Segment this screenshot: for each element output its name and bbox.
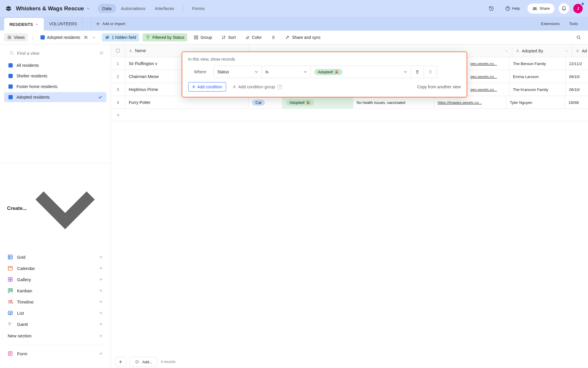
filter-icon [146, 35, 150, 40]
help-button[interactable]: Help [502, 4, 524, 13]
svg-point-32 [429, 70, 430, 71]
add-condition-button[interactable]: Add condition [188, 82, 226, 92]
view-item[interactable]: All residents [4, 60, 106, 70]
gear-icon[interactable] [99, 50, 104, 56]
plus-icon [99, 289, 103, 293]
new-section-button[interactable]: New section [7, 330, 103, 342]
text-type-icon [516, 49, 519, 53]
svg-point-10 [577, 36, 580, 39]
plus-icon [118, 360, 123, 364]
tools-button[interactable]: Tools [564, 18, 584, 29]
chevron-down-icon [255, 70, 258, 74]
cell-medical[interactable]: No health issues, vaccinated [353, 96, 434, 109]
nav-interfaces[interactable]: Interfaces [150, 4, 179, 13]
col-header-photo[interactable] [467, 44, 512, 57]
cell-photo[interactable]: ges.pexels.co... [467, 70, 510, 83]
row-number: 4 [111, 96, 125, 109]
share-sync-button[interactable]: Share and sync [282, 33, 323, 42]
cell-status[interactable]: Adopted! 🎉 [283, 96, 353, 109]
filter-button[interactable]: Filtered by Status [143, 33, 187, 42]
svg-rect-21 [8, 280, 10, 281]
cell-adopted-by[interactable]: Tyler Nguyen [506, 96, 565, 109]
cell-date[interactable]: 19/09/ [565, 96, 588, 109]
col-header-adopt-date[interactable]: Ad [572, 44, 588, 57]
cell-name[interactable]: Furry Potter [125, 96, 248, 109]
create-list[interactable]: List [7, 307, 103, 319]
plus-icon [96, 22, 100, 26]
group-button[interactable]: Group [191, 33, 215, 42]
filter-operator-dropdown[interactable]: is [262, 66, 311, 78]
filter-where-label: Where [194, 69, 213, 74]
table-tab-residents[interactable]: RESIDENTS [4, 18, 44, 31]
add-menu-button[interactable]: Add... [130, 357, 157, 367]
chevron-down-icon [404, 70, 407, 74]
filter-delete-button[interactable] [411, 66, 424, 78]
cell-date[interactable]: 08/10/ [566, 70, 588, 83]
history-button[interactable] [485, 4, 497, 13]
create-grid[interactable]: Grid [7, 251, 103, 263]
view-item[interactable]: Shelter residents [4, 71, 106, 81]
create-gallery[interactable]: Gallery [7, 274, 103, 285]
share-button[interactable]: Share [527, 4, 554, 14]
search-icon [576, 35, 581, 40]
cell-species[interactable]: Cat [248, 96, 283, 109]
row-height-button[interactable] [268, 33, 279, 42]
group-icon [194, 35, 198, 40]
extensions-button[interactable]: Extensions [536, 18, 564, 29]
views-toggle[interactable]: Views [4, 33, 28, 42]
filter-drag-handle[interactable] [424, 66, 437, 78]
tables-more[interactable] [83, 17, 91, 31]
filter-value-dropdown[interactable]: Adopted! 🎉 [311, 66, 411, 78]
nav-data[interactable]: Data [98, 4, 116, 13]
chevron-down-icon [35, 23, 39, 26]
cell-photo[interactable]: ges.pexels.co... [467, 57, 510, 70]
copy-from-view-button[interactable]: Copy from another view [417, 84, 461, 89]
kanban-icon [8, 288, 13, 293]
add-record-button[interactable] [115, 357, 126, 367]
svg-point-2 [533, 7, 535, 9]
nav-automations[interactable]: Automations [116, 4, 150, 13]
view-name-dropdown[interactable]: Adopted residents [37, 33, 98, 42]
create-timeline[interactable]: Timeline [7, 296, 103, 307]
cell-adopted-by[interactable]: The Benson Family [510, 57, 566, 70]
view-item[interactable]: Foster home residents [4, 82, 106, 92]
create-gantt[interactable]: Gantt [7, 319, 103, 330]
view-toolbar: Views Adopted residents 1 hidden field F… [0, 31, 588, 44]
create-form[interactable]: Form [7, 348, 103, 359]
user-avatar[interactable]: J [573, 4, 583, 13]
plus-icon [99, 334, 103, 338]
add-record-row[interactable] [111, 109, 588, 121]
sort-button[interactable]: Sort [218, 33, 239, 42]
color-button[interactable]: Color [242, 33, 265, 42]
plus-icon [99, 266, 103, 270]
notifications-button[interactable] [559, 3, 569, 14]
cell-adopted-by[interactable]: The Krancom Family [510, 83, 566, 96]
cell-photo[interactable]: https://images.pexels.co... [434, 96, 506, 109]
view-item[interactable]: Adopted residents [4, 92, 106, 102]
search-records-button[interactable] [573, 33, 584, 42]
svg-point-28 [12, 303, 13, 303]
nav-forms[interactable]: Forms [188, 4, 210, 13]
cell-adopted-by[interactable]: Emma Larsson [510, 70, 566, 83]
create-calendar[interactable]: Calendar [7, 263, 103, 274]
add-table-button[interactable]: Add or import [91, 17, 130, 31]
create-kanban[interactable]: Kanban [7, 285, 103, 296]
select-all-checkbox[interactable] [111, 44, 125, 57]
add-condition-group-button[interactable]: Add condition group ? [233, 84, 283, 89]
base-title[interactable]: Whiskers & Wags Rescue [16, 5, 90, 12]
search-icon [9, 51, 14, 55]
help-icon[interactable]: ? [277, 84, 282, 89]
cell-date[interactable]: 06/10/ [566, 83, 588, 96]
row-number: 2 [111, 70, 125, 83]
timeline-icon [8, 299, 13, 304]
col-header-adopted-by[interactable]: Adopted By [512, 44, 572, 57]
hidden-fields-button[interactable]: 1 hidden field [102, 33, 139, 42]
plus-icon [99, 311, 103, 315]
views-search-input[interactable] [17, 51, 96, 56]
cell-photo[interactable]: ges.pexels.co... [467, 83, 510, 96]
cell-date[interactable]: 22/11/2 [566, 57, 588, 70]
svg-point-35 [430, 72, 431, 72]
create-panel-toggle[interactable]: Create... [7, 169, 103, 251]
table-tab-volunteers[interactable]: VOLUNTEERS [44, 17, 82, 31]
filter-field-dropdown[interactable]: Status [213, 66, 262, 78]
